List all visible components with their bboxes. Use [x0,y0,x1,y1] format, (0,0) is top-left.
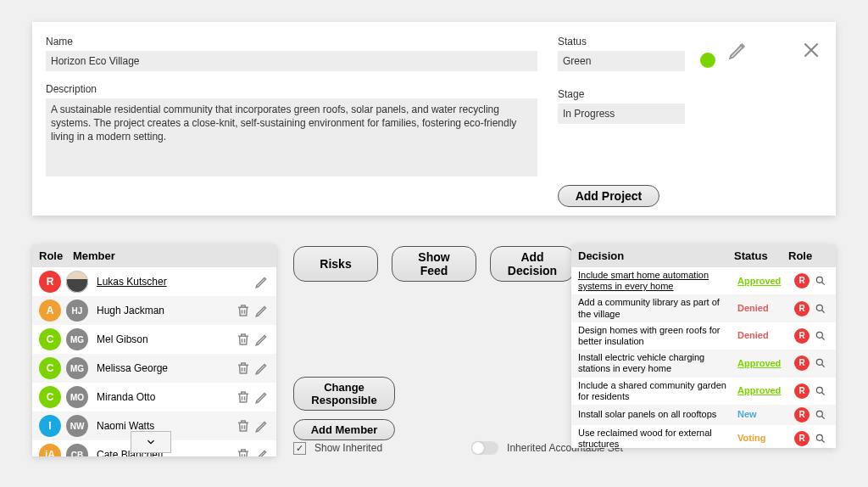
role-badge: C [39,328,61,350]
decision-row[interactable]: Use reclaimed wood for external structur… [571,425,836,452]
member-row[interactable]: CMGMelissa George [32,354,276,383]
avatar-initials: MG [66,357,88,379]
stage-input[interactable] [558,104,685,124]
add-project-button[interactable]: Add Project [558,185,659,207]
decision-name: Include a shared community garden for re… [578,380,737,402]
decision-role: R [792,301,812,316]
magnify-icon[interactable] [812,357,829,369]
show-feed-button[interactable]: Show Feed [392,246,476,282]
member-name: Miranda Otto [97,391,232,403]
trash-icon[interactable] [236,418,251,434]
description-input[interactable] [46,98,537,176]
edit-icon[interactable] [254,274,270,289]
trash-icon[interactable] [236,447,251,456]
svg-point-6 [816,434,822,440]
decision-row[interactable]: Install solar panels on all rooftopsNewR [571,405,836,425]
svg-point-5 [816,411,822,417]
magnify-icon[interactable] [812,409,829,421]
member-row[interactable]: AHJHugh Jackman [32,296,276,325]
dropdown-chevron[interactable] [131,431,171,453]
change-responsible-button[interactable]: Change Responsible [293,377,395,411]
add-decision-button[interactable]: Add Decision [490,246,575,282]
svg-point-1 [816,305,822,311]
svg-point-2 [816,332,822,338]
decision-role: R [792,273,812,288]
mid-button-row: Risks Show Feed Add Decision [293,246,575,282]
decision-role: R [792,383,812,399]
decision-row[interactable]: Install electric vehicle charging statio… [571,350,836,377]
svg-point-0 [816,277,822,283]
status-input[interactable] [558,51,685,71]
decision-name: Install electric vehicle charging statio… [578,352,737,374]
magnify-icon[interactable] [812,385,829,397]
role-badge: C [39,357,61,379]
magnify-icon[interactable] [812,303,829,315]
role-badge: R [39,271,61,293]
member-name: Mel Gibson [97,333,232,345]
status-label: Status [558,36,685,48]
stage-label: Stage [558,88,685,100]
edit-icon[interactable] [727,39,749,61]
add-member-button[interactable]: Add Member [293,419,395,440]
members-body: RLukas KutscherAHJHugh JackmanCMGMel Gib… [32,267,276,456]
avatar-initials: MG [66,328,88,350]
col-member-header: Member [73,249,270,262]
svg-point-4 [816,387,822,393]
decisions-panel: Decision Status Role Include smart home … [571,244,836,448]
decision-role: R [792,355,812,371]
edit-icon[interactable] [254,303,270,318]
name-input[interactable] [46,51,537,71]
description-label: Description [46,83,537,95]
trash-icon[interactable] [236,361,251,376]
trash-icon[interactable] [236,332,251,347]
decision-name: Add a community library as part of the v… [578,297,737,319]
col-role-header: Role [39,249,73,262]
decision-status: Denied [737,330,792,341]
edit-icon[interactable] [254,389,270,405]
magnify-icon[interactable] [812,330,829,342]
role-badge: iA [39,444,61,456]
edit-icon[interactable] [254,418,270,434]
decision-row[interactable]: Design homes with green roofs for better… [571,322,836,350]
edit-icon[interactable] [254,332,270,347]
trash-icon[interactable] [236,303,251,318]
avatar-initials: HJ [66,299,88,322]
decisions-header: Decision Status Role [571,244,836,267]
decision-name: Use reclaimed wood for external structur… [578,428,737,450]
edit-icon[interactable] [254,447,270,456]
decision-status: New [737,409,792,420]
decision-status: Approved [737,385,792,396]
decision-row[interactable]: Include a shared community garden for re… [571,378,836,405]
avatar-initials: CB [66,444,88,456]
name-label: Name [46,36,537,48]
col-status-header: Status [734,249,788,262]
col-decision-header: Decision [578,249,734,262]
member-row[interactable]: CMOMiranda Otto [32,383,276,411]
decision-status: Denied [737,303,792,314]
inherited-accountable-toggle[interactable] [471,441,498,455]
decision-name: Design homes with green roofs for better… [578,325,737,347]
member-name: Melissa George [97,362,232,374]
decision-role: R [792,328,812,344]
decision-row[interactable]: Include smart home automation systems in… [571,267,836,294]
close-icon[interactable] [800,39,822,61]
member-row[interactable]: RLukas Kutscher [32,267,276,296]
decision-role: R [792,407,812,423]
member-row[interactable]: CMGMel Gibson [32,325,276,354]
trash-icon[interactable] [236,389,251,405]
member-name: Hugh Jackman [97,305,232,316]
show-inherited-checkbox[interactable]: ✓ [293,442,306,455]
decision-status: Approved [737,358,792,369]
member-name: Lukas Kutscher [97,276,232,288]
decision-row[interactable]: Add a community library as part of the v… [571,294,836,322]
edit-icon[interactable] [254,361,270,376]
avatar-initials: NW [66,415,88,437]
risks-button[interactable]: Risks [293,246,378,282]
project-detail-card: Name Description Status Stage Add Projec… [32,22,836,216]
magnify-icon[interactable] [812,433,829,445]
decision-name: Include smart home automation systems in… [578,270,737,292]
role-badge: A [39,299,61,322]
col-role-header: Role [788,249,829,262]
magnify-icon[interactable] [812,275,829,287]
members-panel: Role Member RLukas KutscherAHJHugh Jackm… [32,244,276,456]
